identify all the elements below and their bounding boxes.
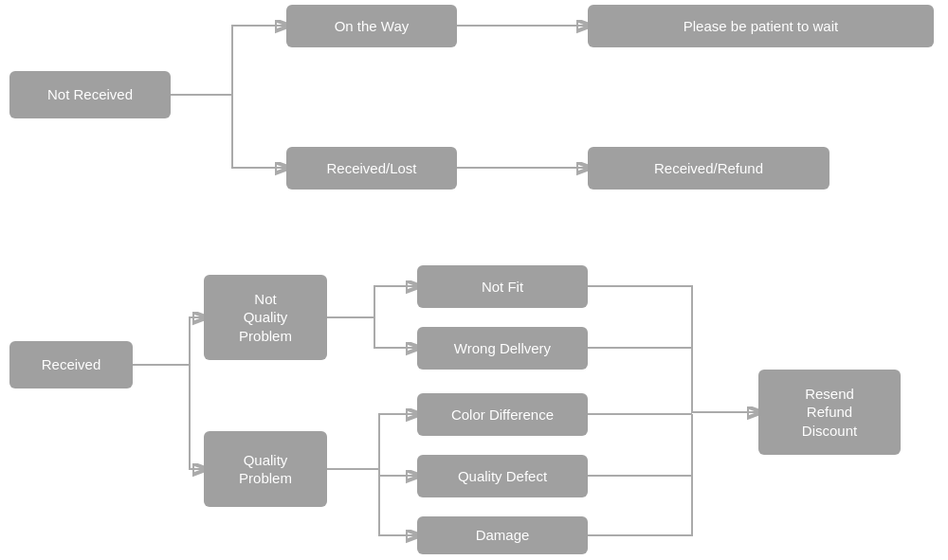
received-node: Received — [9, 341, 133, 388]
diagram: Not Received On the Way Please be patien… — [0, 0, 948, 560]
not-fit-node: Not Fit — [417, 265, 588, 308]
received-refund-node: Received/Refund — [588, 147, 830, 190]
quality-defect-node: Quality Defect — [417, 455, 588, 497]
on-the-way-node: On the Way — [286, 5, 457, 47]
damage-node: Damage — [417, 516, 588, 554]
not-received-node: Not Received — [9, 71, 171, 118]
quality-problem-node: Quality Problem — [204, 431, 327, 507]
received-lost-node: Received/Lost — [286, 147, 457, 190]
not-quality-problem-node: Not Quality Problem — [204, 275, 327, 360]
resend-refund-node: Resend Refund Discount — [758, 370, 901, 455]
please-wait-node: Please be patient to wait — [588, 5, 934, 47]
color-difference-node: Color Difference — [417, 393, 588, 436]
wrong-delivery-node: Wrong Dellvery — [417, 327, 588, 370]
